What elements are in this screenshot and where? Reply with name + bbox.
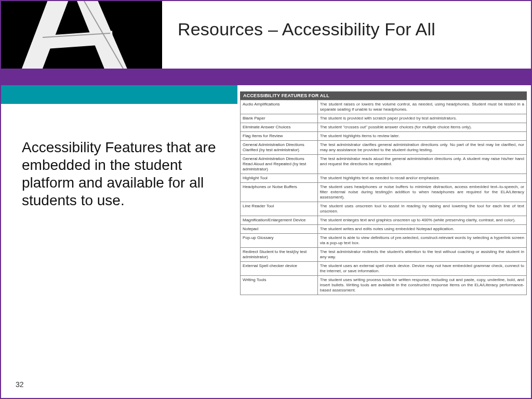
feature-description: The student is provided with scratch pap… bbox=[317, 114, 526, 123]
feature-description: The student uses onscreen tool to assist… bbox=[317, 202, 526, 216]
feature-name: Writing Tools bbox=[241, 276, 318, 295]
feature-description: The student uses writing process tools f… bbox=[317, 276, 526, 295]
table-row: Redirect Student to the test(by test adm… bbox=[241, 248, 527, 262]
page-title: Resources – Accessibility For All bbox=[178, 19, 435, 39]
feature-name: Headphones or Noise Buffers bbox=[241, 183, 318, 202]
feature-name: Magnification/Enlargement Device bbox=[241, 216, 318, 225]
table-row: Headphones or Noise BuffersThe student u… bbox=[241, 183, 527, 202]
features-table: Audio AmplificationsThe student raises o… bbox=[240, 100, 527, 295]
feature-name: General Administration Directions Read A… bbox=[241, 155, 318, 174]
feature-description: The student enlarges text and graphics o… bbox=[317, 216, 526, 225]
feature-description: The test administrator redirects the stu… bbox=[317, 248, 526, 262]
feature-description: The test administrator reads aloud the g… bbox=[317, 155, 526, 174]
feature-description: The student "crosses out" possible answe… bbox=[317, 123, 526, 132]
table-row: General Administration Directions Clarif… bbox=[241, 141, 527, 155]
feature-name: Line Reader Tool bbox=[241, 202, 318, 216]
table-row: NotepadThe student writes and edits note… bbox=[241, 225, 527, 234]
feature-description: The student uses an external spell check… bbox=[317, 262, 526, 276]
feature-description: The student highlights text as needed to… bbox=[317, 174, 526, 183]
feature-name: Pop-up Glossary bbox=[241, 234, 318, 248]
table-row: Eliminate Answer ChoicesThe student "cro… bbox=[241, 123, 527, 132]
feature-name: Eliminate Answer Choices bbox=[241, 123, 318, 132]
page-number: 32 bbox=[16, 380, 24, 389]
table-row: Audio AmplificationsThe student raises o… bbox=[241, 100, 527, 114]
feature-name: External Spell checker device bbox=[241, 262, 318, 276]
feature-name: Redirect Student to the test(by test adm… bbox=[241, 248, 318, 262]
table-row: Highlight ToolThe student highlights tex… bbox=[241, 174, 527, 183]
feature-description: The student uses headphones or noise buf… bbox=[317, 183, 526, 202]
features-table-container: ACCESSIBILITY FEATURES FOR ALL Audio Amp… bbox=[240, 91, 527, 295]
table-row: Blank PaperThe student is provided with … bbox=[241, 114, 527, 123]
table-row: Writing ToolsThe student uses writing pr… bbox=[241, 276, 527, 295]
accent-bar-purple bbox=[1, 69, 532, 85]
features-table-header: ACCESSIBILITY FEATURES FOR ALL bbox=[240, 91, 527, 100]
table-row: External Spell checker deviceThe student… bbox=[241, 262, 527, 276]
slide: Resources – Accessibility For All Access… bbox=[0, 0, 532, 399]
feature-description: The student raises or lowers the volume … bbox=[317, 100, 526, 114]
feature-description: The student highlights items to review l… bbox=[317, 132, 526, 141]
feature-name: Flag Items for Review bbox=[241, 132, 318, 141]
table-row: Line Reader ToolThe student uses onscree… bbox=[241, 202, 527, 216]
table-row: General Administration Directions Read A… bbox=[241, 155, 527, 174]
feature-name: Notepad bbox=[241, 225, 318, 234]
logo bbox=[1, 1, 162, 69]
table-row: Flag Items for ReviewThe student highlig… bbox=[241, 132, 527, 141]
feature-description: The student is able to view definitions … bbox=[317, 234, 526, 248]
accent-bar-teal bbox=[1, 85, 237, 104]
feature-description: The test administrator clarifies general… bbox=[317, 141, 526, 155]
feature-name: General Administration Directions Clarif… bbox=[241, 141, 318, 155]
body-text: Accessibility Features that are embedded… bbox=[22, 139, 230, 210]
feature-description: The student writes and edits notes using… bbox=[317, 225, 526, 234]
feature-name: Highlight Tool bbox=[241, 174, 318, 183]
table-row: Pop-up GlossaryThe student is able to vi… bbox=[241, 234, 527, 248]
table-row: Magnification/Enlargement DeviceThe stud… bbox=[241, 216, 527, 225]
feature-name: Blank Paper bbox=[241, 114, 318, 123]
feature-name: Audio Amplifications bbox=[241, 100, 318, 114]
